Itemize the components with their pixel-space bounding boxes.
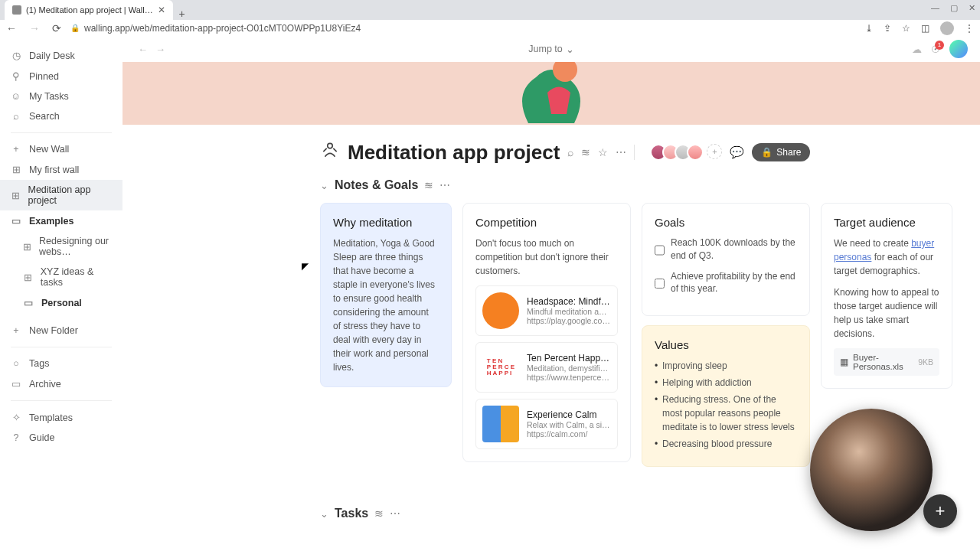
person-icon: ☺ xyxy=(11,91,21,102)
more-icon[interactable]: ⋯ xyxy=(616,146,626,158)
add-fab-button[interactable]: + xyxy=(923,494,957,528)
profile-avatar[interactable] xyxy=(940,21,954,35)
chevron-down-icon: ⌄ xyxy=(566,44,574,55)
hero-banner xyxy=(122,62,980,125)
sidebar-tags[interactable]: ○Tags xyxy=(0,354,122,373)
card-body: We need to create buyer personas for eac… xyxy=(834,236,939,278)
sidepanel-icon[interactable]: ◫ xyxy=(921,23,929,34)
page-title[interactable]: Meditation app project xyxy=(348,141,560,165)
svg-point-1 xyxy=(328,143,333,148)
user-avatar[interactable] xyxy=(949,40,968,58)
close-tab-icon[interactable]: ✕ xyxy=(158,5,165,15)
notifications-button[interactable]: ☉ 1 xyxy=(931,44,940,55)
search-icon: ⌕ xyxy=(11,111,21,122)
card-why-meditation[interactable]: Why meditation Meditation, Yoga & Good S… xyxy=(320,203,452,387)
kebab-menu-icon[interactable]: ⋮ xyxy=(965,23,974,34)
sidebar-redesigning[interactable]: ⊞Redesigning our webs… xyxy=(0,231,122,262)
new-tab-button[interactable]: + xyxy=(173,8,191,20)
window-minimize[interactable]: — xyxy=(931,3,939,13)
sidebar-templates[interactable]: ✧Templates xyxy=(0,407,122,428)
sidebar-guide[interactable]: ?Guide xyxy=(0,428,122,448)
sidebar-meditation-project[interactable]: ⊞Meditation app project xyxy=(0,180,122,210)
sidebar-my-tasks[interactable]: ☺My Tasks xyxy=(0,86,122,106)
browser-tab[interactable]: (1) Meditation app project | Wall… ✕ xyxy=(5,0,173,20)
star-icon[interactable]: ☆ xyxy=(598,146,608,158)
link-card[interactable]: Headspace: Mindfu… Mindful meditation an… xyxy=(475,285,618,336)
share-icon[interactable]: ⇪ xyxy=(884,23,891,34)
back-button[interactable]: ← xyxy=(6,22,17,34)
wall-icon: ⊞ xyxy=(11,190,20,201)
comments-icon[interactable]: 💬 xyxy=(730,145,744,159)
section-more-icon[interactable]: ⋯ xyxy=(390,507,400,520)
window-maximize[interactable]: ▢ xyxy=(950,3,958,13)
card-goals[interactable]: Goals Reach 100K downloads by the end of… xyxy=(642,203,810,316)
sidebar: ◷Daily Desk ⚲Pinned ☺My Tasks ⌕Search +N… xyxy=(0,36,122,551)
jump-to-button[interactable]: Jump to ⌄ xyxy=(528,44,573,55)
section-title[interactable]: Tasks xyxy=(335,507,368,520)
sidebar-pinned[interactable]: ⚲Pinned xyxy=(0,66,122,86)
page-emoji-icon[interactable] xyxy=(320,140,340,165)
link-url: https://play.google.com/… xyxy=(527,316,611,325)
card-target-audience[interactable]: Target audience We need to create buyer … xyxy=(821,203,952,389)
goal-checkbox[interactable] xyxy=(655,272,665,296)
folder-icon: ▭ xyxy=(11,215,21,227)
avatar[interactable] xyxy=(687,144,704,161)
section-title[interactable]: Notes & Goals xyxy=(335,178,418,192)
tag-icon: ○ xyxy=(11,358,21,369)
file-icon: ▦ xyxy=(840,357,848,367)
address-bar[interactable]: 🔒 walling.app/web/meditation-app-project… xyxy=(70,23,856,34)
page-header: Meditation app project ⌕ ≋ ☆ ⋯ + 💬 🔒 Sha… xyxy=(122,125,980,172)
sidebar-new-wall[interactable]: +New Wall xyxy=(0,139,122,159)
section-filter-icon[interactable]: ≋ xyxy=(424,179,433,191)
lock-icon: 🔒 xyxy=(70,24,80,32)
file-size: 9KB xyxy=(918,357,933,367)
link-card[interactable]: Experience Calm Relax with Calm, a simpl… xyxy=(475,399,618,449)
forward-button[interactable]: → xyxy=(29,22,40,34)
file-name: Buyer-Personas.xls xyxy=(853,353,913,371)
file-attachment[interactable]: ▦ Buyer-Personas.xls 9KB xyxy=(834,348,939,376)
add-collaborator-button[interactable]: + xyxy=(707,144,722,159)
share-button[interactable]: 🔒 Share xyxy=(752,143,810,161)
card-competition[interactable]: Competition Don't focus too much on comp… xyxy=(462,203,631,462)
sidebar-search[interactable]: ⌕Search xyxy=(0,106,122,126)
templates-icon: ✧ xyxy=(11,412,21,423)
card-values[interactable]: Values Improving sleep Helping with addi… xyxy=(642,325,810,467)
history-back-icon[interactable]: ← xyxy=(138,44,148,55)
sidebar-new-folder[interactable]: +New Folder xyxy=(0,321,122,341)
section-toggle-icon[interactable]: ⌄ xyxy=(320,180,328,191)
sidebar-xyz[interactable]: ⊞XYZ ideas & tasks xyxy=(0,262,122,292)
goal-checkbox[interactable] xyxy=(655,238,665,262)
collaborator-avatars[interactable]: + xyxy=(650,144,722,161)
desk-icon: ◷ xyxy=(11,50,21,61)
tab-title: (1) Meditation app project | Wall… xyxy=(26,5,153,15)
reload-button[interactable]: ⟳ xyxy=(52,22,61,34)
presenter-video-bubble[interactable] xyxy=(810,409,933,531)
install-icon[interactable]: ⤓ xyxy=(865,23,873,34)
link-card[interactable]: T E NP E R C EH A P P I Ten Percent Happ… xyxy=(475,342,618,393)
link-thumb xyxy=(482,292,519,329)
sidebar-examples[interactable]: ▭Examples xyxy=(0,210,122,231)
section-toggle-icon[interactable]: ⌄ xyxy=(320,508,328,520)
cloud-sync-icon[interactable]: ☁ xyxy=(912,44,922,55)
link-url: https://www.tenpercent… xyxy=(527,373,611,382)
browser-chrome: — ▢ ✕ (1) Meditation app project | Wall…… xyxy=(0,0,980,36)
window-close[interactable]: ✕ xyxy=(969,3,975,13)
filter-icon[interactable]: ≋ xyxy=(581,146,590,158)
link-title: Experience Calm xyxy=(527,409,611,420)
search-page-icon[interactable]: ⌕ xyxy=(567,146,573,158)
sidebar-personal[interactable]: ▭Personal xyxy=(0,292,122,313)
goal-item[interactable]: Reach 100K downloads by the end of Q3. xyxy=(655,236,797,262)
card-title: Target audience xyxy=(834,216,939,229)
history-forward-icon[interactable]: → xyxy=(155,44,165,55)
link-url: https://calm.com/ xyxy=(527,429,611,439)
link-thumb xyxy=(482,406,519,442)
sidebar-archive[interactable]: ▭Archive xyxy=(0,373,122,394)
goal-item[interactable]: Achieve profitability by the end of this… xyxy=(655,270,797,296)
plus-icon: + xyxy=(11,144,21,155)
bookmark-icon[interactable]: ☆ xyxy=(902,23,910,34)
section-filter-icon[interactable]: ≋ xyxy=(374,507,384,520)
section-more-icon[interactable]: ⋯ xyxy=(439,179,450,191)
sidebar-my-first-wall[interactable]: ⊞My first wall xyxy=(0,159,122,180)
card-title: Goals xyxy=(655,216,797,229)
sidebar-daily-desk[interactable]: ◷Daily Desk xyxy=(0,45,122,66)
